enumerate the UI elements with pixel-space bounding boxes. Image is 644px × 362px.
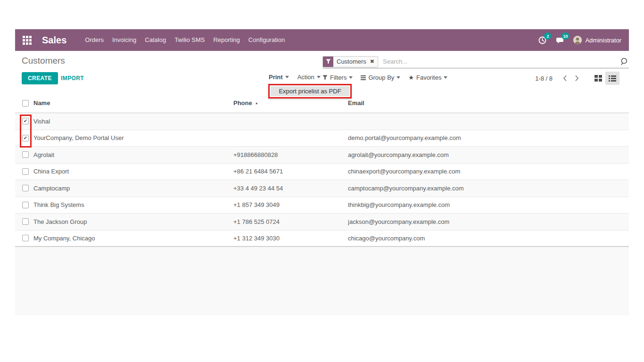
customers-list-view: Name Phone ▲ Email Vishal YourCompany, D… (15, 93, 629, 315)
kanban-view-button[interactable] (591, 72, 605, 85)
group-by-label: Group By (368, 74, 394, 81)
table-row[interactable]: Camptocamp +33 4 49 23 44 54 camptocamp@… (15, 180, 629, 197)
row-checkbox[interactable] (22, 218, 29, 225)
row-email: demo.portal@yourcompany.example.com (348, 134, 629, 141)
row-phone: +918866880828 (233, 151, 348, 158)
control-panel: Customers Customers ✖ CREATE IMPORT Pri (15, 51, 629, 93)
row-checkbox[interactable] (22, 185, 29, 191)
systray: 2 10 Administrator (537, 35, 621, 45)
table-row[interactable]: The Jackson Group +1 786 525 0724 jackso… (15, 214, 629, 230)
table-row[interactable]: China Export +86 21 6484 5671 chinaexpor… (15, 164, 629, 181)
funnel-icon (322, 75, 328, 80)
search-facet-customers: Customers ✖ (322, 56, 378, 67)
search-input[interactable] (382, 58, 620, 66)
favorites-dropdown-toggle[interactable]: ★ Favorites (408, 74, 447, 81)
main-menu: Orders Invoicing Catalog Twilio SMS Repo… (81, 29, 289, 51)
row-checkbox[interactable] (22, 135, 29, 141)
row-checkbox[interactable] (22, 235, 29, 241)
row-checkbox[interactable] (22, 168, 29, 175)
print-label: Print (269, 74, 283, 81)
list-icon (609, 75, 616, 82)
table-row[interactable]: YourCompany, Demo Portal User demo.porta… (15, 130, 629, 147)
messages-chat-icon[interactable]: 10 (555, 35, 565, 45)
export-pricelist-pdf-menu-item[interactable]: Export pricelist as PDF (271, 86, 349, 96)
activity-clock-icon[interactable]: 2 (537, 35, 547, 45)
print-dropdown-toggle[interactable]: Print (269, 74, 289, 81)
row-name: YourCompany, Demo Portal User (33, 134, 233, 141)
user-name: Administrator (585, 37, 621, 44)
table-row[interactable]: Vishal (15, 113, 629, 130)
menu-twilio-sms[interactable]: Twilio SMS (170, 29, 209, 51)
view-switcher (591, 72, 619, 85)
table-row[interactable]: Think Big Systems +1 857 349 3049 thinkb… (15, 197, 629, 214)
row-email: agrolait@yourcompany.example.com (348, 151, 629, 158)
star-icon: ★ (408, 74, 414, 81)
pager-previous-button[interactable] (559, 73, 571, 83)
row-checkbox[interactable] (22, 118, 29, 124)
annotation-box-export-pricelist: Export pricelist as PDF (268, 84, 352, 99)
pager-range: 1-8 / 8 (535, 75, 553, 82)
filters-dropdown-toggle[interactable]: Filters (322, 74, 353, 81)
pager-zone: 1-8 / 8 (535, 72, 619, 85)
search-options-bar: Filters Group By ★ Favorites (322, 74, 447, 81)
table-row[interactable]: My Company, Chicago +1 312 349 3030 chic… (15, 230, 629, 247)
favorites-label: Favorites (416, 74, 441, 81)
breadcrumb: Customers (22, 56, 65, 66)
filter-funnel-icon (323, 57, 333, 67)
table-body: Vishal YourCompany, Demo Portal User dem… (15, 113, 629, 247)
activity-badge: 2 (544, 33, 551, 40)
menu-invoicing[interactable]: Invoicing (108, 29, 140, 51)
column-header-email[interactable]: Email (348, 99, 629, 107)
apps-menu-icon[interactable] (23, 36, 32, 45)
sort-ascending-icon: ▲ (255, 101, 258, 105)
pager-next-button[interactable] (571, 73, 583, 83)
action-dropdown-toggle[interactable]: Action (297, 74, 321, 81)
list-view-empty-area (15, 247, 629, 315)
column-header-phone[interactable]: Phone ▲ (233, 99, 348, 107)
top-navbar: Sales Orders Invoicing Catalog Twilio SM… (15, 29, 629, 51)
menu-configuration[interactable]: Configuration (244, 29, 289, 51)
chevron-down-icon (317, 76, 321, 78)
row-name: China Export (33, 168, 233, 175)
chevron-down-icon (444, 76, 447, 79)
filters-label: Filters (330, 74, 347, 81)
row-checkbox[interactable] (22, 202, 29, 208)
app-name[interactable]: Sales (42, 35, 66, 46)
chevron-down-icon (349, 76, 353, 79)
row-name: The Jackson Group (33, 218, 233, 225)
group-by-dropdown-toggle[interactable]: Group By (361, 74, 400, 81)
table-row[interactable]: Agrolait +918866880828 agrolait@yourcomp… (15, 147, 629, 164)
menu-orders[interactable]: Orders (81, 29, 108, 51)
row-email: thinkbig@yourcompany.example.com (348, 201, 629, 208)
create-button[interactable]: CREATE (22, 72, 58, 84)
row-phone: +1 312 349 3030 (233, 235, 348, 242)
row-email: jackson@yourcompany.example.com (348, 218, 629, 225)
row-phone: +33 4 49 23 44 54 (233, 185, 348, 192)
avatar (573, 36, 582, 44)
row-name: My Company, Chicago (33, 235, 233, 242)
row-email: chicago@yourcompany.com (348, 235, 629, 242)
row-name: Think Big Systems (33, 201, 233, 208)
facet-remove-icon[interactable]: ✖ (370, 57, 378, 67)
select-all-checkbox[interactable] (22, 100, 29, 107)
row-checkbox[interactable] (22, 151, 29, 158)
action-label: Action (297, 74, 314, 81)
search-bar: Customers ✖ (322, 55, 629, 68)
user-menu[interactable]: Administrator (573, 36, 621, 44)
kanban-icon (594, 75, 602, 82)
print-action-group: Print Action (269, 74, 321, 81)
row-phone: +1 857 349 3049 (233, 201, 348, 208)
chevron-left-icon (563, 75, 567, 82)
list-view-button[interactable] (605, 72, 619, 85)
search-magnifier-icon[interactable] (620, 58, 628, 66)
import-button[interactable]: IMPORT (61, 75, 84, 82)
menu-catalog[interactable]: Catalog (140, 29, 170, 51)
row-email: camptocamp@yourcompany.example.com (348, 185, 629, 192)
messages-badge: 10 (561, 33, 569, 40)
chevron-down-icon (285, 76, 289, 78)
group-by-icon (361, 75, 366, 80)
menu-reporting[interactable]: Reporting (209, 29, 244, 51)
row-phone: +1 786 525 0724 (233, 218, 348, 225)
column-header-name[interactable]: Name (33, 99, 50, 107)
row-name: Agrolait (33, 151, 233, 158)
